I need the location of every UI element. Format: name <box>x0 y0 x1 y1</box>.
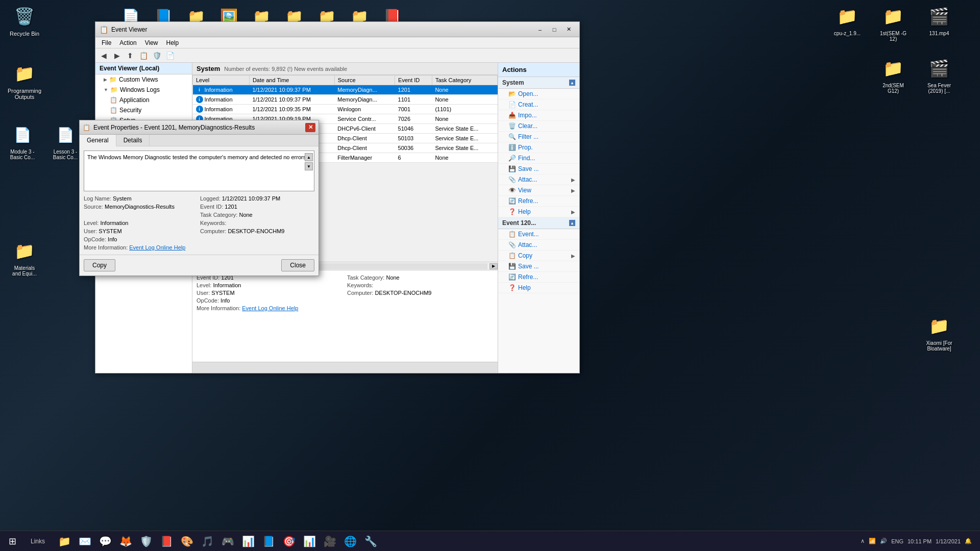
forward-button[interactable]: ▶ <box>111 50 123 61</box>
taskbar-icon-store[interactable]: 💬 <box>96 532 114 550</box>
cpu-z-icon[interactable]: 📁 cpu-z_1.9... <box>827 4 868 36</box>
log-name: System <box>197 65 220 72</box>
recycle-bin-icon[interactable]: 🗑️ Recycle Bin <box>4 4 45 37</box>
scroll-up-button[interactable]: ▲ <box>305 153 313 161</box>
taskbar-icon-browser[interactable]: 🌐 <box>341 532 359 550</box>
action-event-save[interactable]: 💾 Save ... <box>498 261 579 272</box>
taskbar-links[interactable]: Links <box>24 538 51 545</box>
tree-item-custom-views[interactable]: ▶ 📁 Custom Views <box>95 74 192 85</box>
programming-outputs-label: ProgrammingOutputs <box>8 88 41 100</box>
cell-event-id: 1101 <box>395 95 432 105</box>
taskbar-icon-mail[interactable]: ✉️ <box>76 532 94 550</box>
back-button[interactable]: ◀ <box>97 50 110 61</box>
action-open[interactable]: 📂 Open... <box>498 89 579 99</box>
menu-view[interactable]: View <box>141 38 162 47</box>
table-row[interactable]: iInformation1/12/2021 10:09:37 PMMemoryD… <box>193 85 498 95</box>
col-level[interactable]: Level <box>193 76 250 85</box>
minimize-button[interactable]: – <box>533 24 547 35</box>
help-toolbar-button[interactable]: 🛡️ <box>151 50 163 61</box>
tray-language[interactable]: ENG <box>891 538 903 544</box>
taskbar-icon-explorer[interactable]: 📁 <box>55 532 74 550</box>
up-button[interactable]: ⬆ <box>124 50 136 61</box>
taskbar-icon-settings[interactable]: 🔧 <box>361 532 380 550</box>
cell-task-cat: Service State E... <box>432 134 497 143</box>
action-event-refresh[interactable]: 🔄 Refre... <box>498 272 579 283</box>
taskbar-icon-pdf[interactable]: 📕 <box>157 532 176 550</box>
close-dialog-button[interactable]: Close <box>281 259 314 271</box>
xiaomi-icon[interactable]: 📁 Xiaomi [ForBloatware] <box>919 314 960 352</box>
log-header-bar: System Number of events: 9,892 (!) New e… <box>192 63 498 75</box>
tree-item-security[interactable]: 📋 Security <box>95 105 192 115</box>
col-event-id[interactable]: Event ID <box>395 76 432 85</box>
2nd-sem-icon[interactable]: 📁 2nd(SEMG12) <box>873 56 914 94</box>
taskbar-icon-ps[interactable]: 🎨 <box>178 532 196 550</box>
action-attach[interactable]: 📎 Attac... ▶ <box>498 174 579 185</box>
show-hide-button[interactable]: 📋 <box>137 50 150 61</box>
menu-file[interactable]: File <box>97 38 115 47</box>
action-save[interactable]: 💾 Save ... <box>498 164 579 174</box>
taskbar-icon-powerpoint[interactable]: 🎯 <box>280 532 298 550</box>
materials-icon[interactable]: 📁 Materialsand Equi... <box>4 239 45 277</box>
module3-icon[interactable]: 📄 Module 3 -Basic Co... <box>2 122 43 160</box>
maximize-button[interactable]: □ <box>548 24 561 35</box>
tray-wifi[interactable]: 📶 <box>869 538 876 544</box>
taskbar-icons: 📁 ✉️ 💬 🦊 🛡️ 📕 🎨 🎵 🎮 📊 📘 🎯 📊 🎥 🌐 🔧 <box>51 532 384 550</box>
taskbar-icon-audacity[interactable]: 🎵 <box>198 532 216 550</box>
sea-fever-icon[interactable]: 🎬 Sea Fever(2019) [... <box>919 56 960 94</box>
action-event-detail[interactable]: 📋 Event... <box>498 229 579 240</box>
action-view-label: View <box>518 187 531 194</box>
copy-button[interactable]: Copy <box>84 259 115 271</box>
action-event-copy[interactable]: 📋 Copy ▶ <box>498 251 579 261</box>
action-prop[interactable]: ℹ️ Prop. <box>498 142 579 153</box>
action-refresh[interactable]: 🔄 Refre... <box>498 196 579 207</box>
programming-outputs-icon[interactable]: 📁 ProgrammingOutputs <box>4 61 45 100</box>
taskbar-icon-zoom[interactable]: 🎥 <box>321 532 339 550</box>
tab-general[interactable]: General <box>80 135 116 146</box>
scroll-right-btn[interactable]: ▶ <box>489 263 498 269</box>
action-find[interactable]: 🔎 Find... <box>498 153 579 164</box>
sem-g12-icon[interactable]: 📁 1st(SEM -G12) <box>873 4 914 42</box>
action-event-help[interactable]: ❓ Help <box>498 283 579 293</box>
scroll-down-button[interactable]: ▼ <box>305 162 313 170</box>
actions-section-system-label: System <box>502 79 524 86</box>
col-task-cat[interactable]: Task Category <box>432 76 497 85</box>
close-button[interactable]: ✕ <box>562 24 575 35</box>
taskbar-icon-word[interactable]: 📘 <box>259 532 278 550</box>
tree-icon: 📁 <box>109 76 117 83</box>
col-datetime[interactable]: Date and Time <box>249 76 334 85</box>
save-icon: 💾 <box>508 165 516 172</box>
taskbar-icon-games[interactable]: 📊 <box>300 532 318 550</box>
video-131-icon[interactable]: 🎬 131.mp4 <box>919 4 960 36</box>
taskbar-icon-shield[interactable]: 🛡️ <box>137 532 155 550</box>
actions-section-scroll-up[interactable]: ▲ <box>569 80 575 86</box>
tray-notification[interactable]: 🔔 <box>965 538 972 544</box>
actions-section-scroll-up2[interactable]: ▲ <box>569 220 575 226</box>
tree-label-custom-views: Custom Views <box>119 76 158 83</box>
action-view[interactable]: 👁️ View ▶ <box>498 185 579 196</box>
table-row[interactable]: iInformation1/12/2021 10:09:37 PMMemoryD… <box>193 95 498 105</box>
menu-help[interactable]: Help <box>162 38 183 47</box>
dialog-close-x-button[interactable]: ✕ <box>305 123 315 132</box>
filter-icon: 🔍 <box>508 133 516 140</box>
menu-action[interactable]: Action <box>115 38 140 47</box>
action-import[interactable]: 📥 Impo... <box>498 110 579 121</box>
action-event-attach[interactable]: 📎 Attac... <box>498 240 579 251</box>
tray-volume[interactable]: 🔊 <box>880 538 887 544</box>
action-filter[interactable]: 🔍 Filter ... <box>498 132 579 142</box>
taskbar-icon-excel[interactable]: 📊 <box>239 532 257 550</box>
tab-details[interactable]: Details <box>116 135 150 146</box>
taskbar-icon-firefox[interactable]: 🦊 <box>116 532 135 550</box>
taskbar-icon-discord[interactable]: 🎮 <box>218 532 237 550</box>
start-button[interactable]: ⊞ <box>0 531 24 552</box>
detail-user: User: SYSTEM <box>197 290 343 296</box>
action-create[interactable]: 📄 Creat... <box>498 99 579 110</box>
view-button[interactable]: 📄 <box>164 50 176 61</box>
table-row[interactable]: iInformation1/12/2021 10:09:35 PMWinlogo… <box>193 105 498 114</box>
dialog-more-info: More Information: Event Log Online Help <box>84 244 198 251</box>
action-clear[interactable]: 🗑️ Clear... <box>498 121 579 132</box>
action-help[interactable]: ❓ Help ▶ <box>498 207 579 217</box>
tree-item-application[interactable]: 📋 Application <box>95 95 192 105</box>
tray-arrows[interactable]: ∧ <box>861 538 865 544</box>
col-source[interactable]: Source <box>334 76 395 85</box>
tree-item-windows-logs[interactable]: ▼ 📁 Windows Logs <box>95 85 192 95</box>
